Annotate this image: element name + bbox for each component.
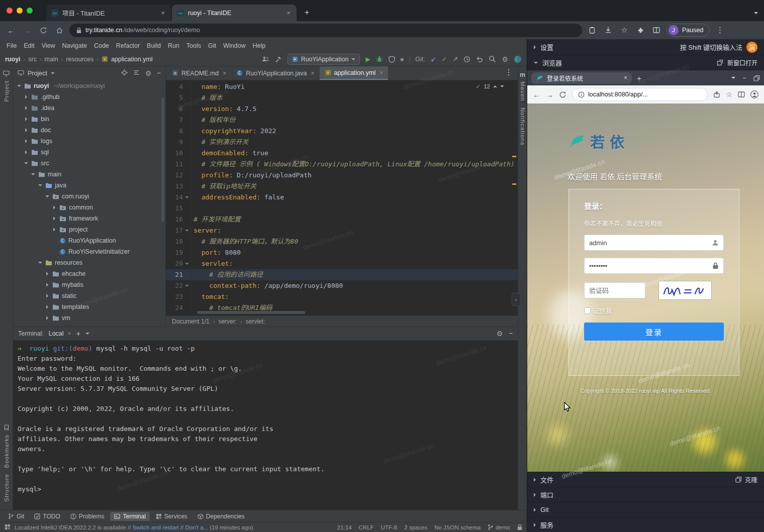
share-icon[interactable] xyxy=(713,91,720,98)
browser-section-row[interactable]: 浏览器 新窗口打开 xyxy=(527,55,764,70)
clone-button[interactable]: 克隆 xyxy=(735,475,757,484)
browser-menu-kebab-icon[interactable]: ⋮ xyxy=(714,24,726,36)
terminal-output[interactable]: → ruoyi git:(demo) mysql -h mysql -u roo… xyxy=(13,341,518,510)
menu-item-help[interactable]: Help xyxy=(249,41,269,50)
git-branch-widget[interactable]: demo xyxy=(488,524,510,530)
git-commit-button[interactable]: ✓ xyxy=(442,55,447,63)
breadcrumb-item[interactable]: src xyxy=(28,56,37,63)
status-item[interactable]: UTF-8 xyxy=(381,524,398,530)
chevron-right-icon[interactable] xyxy=(51,205,57,209)
code-line[interactable]: 20 servlet: xyxy=(166,258,518,269)
close-icon[interactable]: × xyxy=(160,9,166,17)
embedded-address-bar[interactable]: localhost:8080/app/... xyxy=(572,88,708,101)
tree-item[interactable]: framework xyxy=(13,213,165,224)
horizontal-scrollbar[interactable] xyxy=(197,311,305,314)
extensions-puzzle-icon[interactable] xyxy=(634,24,646,36)
home-icon[interactable] xyxy=(53,24,65,36)
login-button[interactable]: 登录 xyxy=(584,323,724,341)
chevron-down-icon[interactable] xyxy=(30,173,36,175)
code-line[interactable]: 9 # 实例演示开关 xyxy=(166,137,518,148)
tree-item[interactable]: project xyxy=(13,224,165,235)
dont-ask-link[interactable]: Don't a... xyxy=(185,524,208,530)
close-icon[interactable]: × xyxy=(223,70,226,77)
chevron-right-icon[interactable] xyxy=(51,228,57,232)
tree-item[interactable]: common xyxy=(13,202,165,213)
toolwindow-tab-dependencies[interactable]: Dependencies xyxy=(194,512,249,521)
popout-browser-icon[interactable] xyxy=(753,75,760,81)
chevron-down-icon[interactable] xyxy=(51,72,55,74)
tree-scrollbar[interactable] xyxy=(161,97,164,222)
tree-item[interactable]: java xyxy=(13,180,165,191)
section-row-3[interactable]: Git xyxy=(527,502,764,517)
collaborators-icon[interactable] xyxy=(262,56,269,62)
switch-restart-link[interactable]: Switch and restart xyxy=(133,524,179,530)
menu-item-build[interactable]: Build xyxy=(143,41,164,50)
chevron-right-icon[interactable] xyxy=(51,217,57,221)
menu-item-file[interactable]: File xyxy=(3,41,20,50)
menu-item-view[interactable]: View xyxy=(38,41,59,50)
menu-item-edit[interactable]: Edit xyxy=(20,41,38,50)
code-line[interactable]: 13 # 获取ip地址开关 xyxy=(166,181,518,192)
run-button[interactable]: ▶ xyxy=(365,56,370,63)
back-icon[interactable]: ← xyxy=(533,90,540,99)
chevron-down-icon[interactable] xyxy=(37,184,43,186)
open-new-window-icon[interactable] xyxy=(717,59,723,66)
code-line[interactable]: 15 xyxy=(166,203,518,214)
password-field[interactable] xyxy=(589,262,709,270)
status-item[interactable]: CRLF xyxy=(359,524,374,530)
tree-item[interactable]: templates xyxy=(13,301,165,312)
fold-icon[interactable] xyxy=(183,280,190,291)
code-line[interactable]: 10 demoEnabled: true xyxy=(166,148,518,159)
close-icon[interactable]: × xyxy=(285,9,292,17)
doc-breadcrumb-item[interactable]: Document 1/1 xyxy=(172,318,210,325)
code-line[interactable]: 17server: xyxy=(166,225,518,236)
locate-file-icon[interactable] xyxy=(121,69,128,77)
close-icon[interactable]: × xyxy=(311,70,314,77)
code-line[interactable]: 5 # 版本 xyxy=(166,92,518,103)
debug-button[interactable] xyxy=(376,56,383,63)
captcha-image[interactable] xyxy=(658,281,712,300)
readonly-lock-icon[interactable] xyxy=(517,524,522,530)
editor-tab[interactable]: CRuoYiApplication.java× xyxy=(231,66,319,80)
tree-item[interactable]: .github xyxy=(13,91,165,102)
minimize-window-button[interactable] xyxy=(17,8,23,14)
tree-item[interactable]: doc xyxy=(13,125,165,136)
restore-panel-chevron[interactable]: › xyxy=(512,293,520,306)
coverage-button[interactable] xyxy=(389,56,395,63)
collapse-all-icon[interactable] xyxy=(133,69,140,77)
menu-item-code[interactable]: Code xyxy=(90,41,113,50)
code-line[interactable]: 16# 开发环境配置 xyxy=(166,214,518,225)
menu-item-window[interactable]: Window xyxy=(220,41,249,50)
project-toolwindow-icon[interactable] xyxy=(3,70,10,77)
terminal-settings-gear-icon[interactable]: ⚙ xyxy=(497,330,503,338)
chevron-down-icon[interactable] xyxy=(37,262,43,264)
code-line[interactable]: 6 version: 4.7.5 xyxy=(166,103,518,115)
stop-button[interactable]: ■ xyxy=(401,56,404,62)
remember-me-checkbox[interactable] xyxy=(584,307,591,314)
editor-more-kebab-icon[interactable]: ⋮ xyxy=(500,67,518,77)
bookmark-icon[interactable] xyxy=(4,424,9,432)
editor-tab[interactable]: Yapplication.yml× xyxy=(320,66,389,80)
code-line[interactable]: 19 port: 8080 xyxy=(166,247,518,258)
toolwindows-grid-icon[interactable] xyxy=(5,524,11,531)
chevron-right-icon[interactable] xyxy=(23,117,29,121)
bookmark-star-icon[interactable]: ☆ xyxy=(618,24,630,36)
reload-icon[interactable] xyxy=(37,24,49,36)
minimize-browser-icon[interactable]: − xyxy=(742,73,746,82)
stripe-structure-label[interactable]: Structure xyxy=(4,474,10,502)
chevron-right-icon[interactable] xyxy=(23,128,29,132)
close-window-button[interactable] xyxy=(7,8,13,14)
breadcrumb-item[interactable]: ruoyi xyxy=(5,56,21,63)
doc-breadcrumb-item[interactable]: servlet: xyxy=(246,318,265,325)
code-line[interactable]: 8 copyrightYear: 2022 xyxy=(166,126,518,137)
tree-item[interactable]: bin xyxy=(13,114,165,125)
tab-search-chevron-icon[interactable] xyxy=(754,7,758,16)
settings-section-row[interactable]: 设置 按 Shift 键切换输入法 演 xyxy=(527,39,764,55)
inspection-widget[interactable]: ✓ 12 xyxy=(473,82,507,90)
forward-icon[interactable]: → xyxy=(21,24,33,36)
code-line[interactable]: 7 # 版权年份 xyxy=(166,115,518,126)
code-line[interactable]: 21 # 应用的访问路径 xyxy=(166,269,518,280)
reader-mode-icon[interactable] xyxy=(738,91,745,98)
menu-item-tools[interactable]: Tools xyxy=(183,41,205,50)
settings-gear-icon[interactable]: ⚙ xyxy=(502,56,508,63)
